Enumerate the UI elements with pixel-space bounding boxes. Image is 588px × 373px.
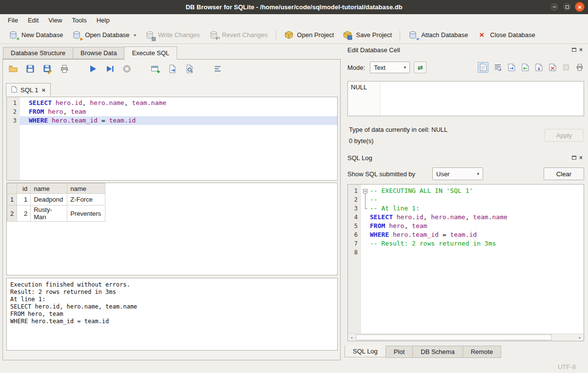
attach-database-icon: » <box>408 30 418 40</box>
mode-select[interactable]: Text ▾ <box>370 62 410 73</box>
results-grid[interactable]: id name name 11DeadpondZ-Force22Rusty-Ma… <box>6 183 338 275</box>
close-button[interactable]: × <box>575 2 585 12</box>
execute-all-button[interactable] <box>87 63 98 74</box>
code-line: 2-- <box>348 195 584 204</box>
find-button[interactable] <box>184 63 195 74</box>
table-row[interactable]: 11DeadpondZ-Force <box>7 194 105 206</box>
print-button[interactable] <box>59 63 70 74</box>
tab-database-structure[interactable]: Database Structure <box>3 47 73 59</box>
clear-button[interactable]: Clear <box>544 167 584 180</box>
tab-execute-sql[interactable]: Execute SQL <box>124 46 177 60</box>
open-database-button[interactable]: ▸ Open Database ▾ <box>67 28 141 42</box>
print-cell-icon[interactable] <box>575 63 584 72</box>
open-project-button[interactable]: Open Project <box>280 28 339 42</box>
grid-column-name[interactable]: name <box>67 184 105 194</box>
dock-float-icon[interactable] <box>572 156 576 160</box>
save-project-icon <box>343 30 352 40</box>
close-database-button[interactable]: × Close Database <box>472 28 540 42</box>
open-database-dropdown-icon[interactable]: ▾ <box>134 33 136 38</box>
execute-current-line-button[interactable] <box>104 63 115 74</box>
code-line: 1SELECT hero.id, hero.name, team.name <box>7 99 337 107</box>
maximize-icon <box>566 5 569 9</box>
word-wrap-icon[interactable] <box>493 63 502 72</box>
import-file-icon[interactable] <box>507 63 516 72</box>
text-view-toggle[interactable] <box>478 62 488 73</box>
cell-type-text: Type of data currently in cell: NULL <box>349 126 447 133</box>
menu-help[interactable]: Help <box>92 15 115 25</box>
scroll-right-icon[interactable]: ▸ <box>576 334 584 341</box>
maximize-button[interactable] <box>562 2 572 12</box>
table-row[interactable]: 22Rusty-ManPreventers <box>7 206 105 222</box>
grid-column-id[interactable]: id <box>17 184 31 194</box>
write-changes-button: Write Changes <box>141 28 204 42</box>
sql-editor[interactable]: 1SELECT hero.id, hero.name, team.name2FR… <box>6 97 338 181</box>
sql-tab-close-icon[interactable]: × <box>41 86 45 94</box>
format-sql-button[interactable] <box>212 63 223 74</box>
grid-cell[interactable]: Deadpond <box>31 194 67 206</box>
scroll-left-icon[interactable]: ◂ <box>348 334 355 341</box>
horizontal-scrollbar[interactable]: ◂ ▸ <box>348 333 584 341</box>
grid-cell[interactable]: 1 <box>17 194 31 206</box>
menu-file[interactable]: File <box>3 15 23 25</box>
line-number: 1 <box>7 99 20 107</box>
dock-tab-plot[interactable]: Plot <box>386 346 413 358</box>
row-number[interactable]: 1 <box>7 194 17 206</box>
grid-cell[interactable]: 2 <box>17 206 31 222</box>
menu-edit[interactable]: Edit <box>23 15 43 25</box>
line-number: 1 <box>348 186 361 195</box>
grid-cell[interactable]: Z-Force <box>67 194 105 206</box>
grid-cell[interactable]: Preventers <box>67 206 105 222</box>
grid-column-name[interactable]: name <box>31 184 67 194</box>
sql-toolbar <box>8 63 223 74</box>
new-tab-button[interactable] <box>150 63 161 74</box>
dock-tab-sql-log[interactable]: SQL Log <box>345 345 386 357</box>
tab-browse-data[interactable]: Browse Data <box>73 47 124 59</box>
save-sql-as-button[interactable] <box>42 63 53 74</box>
menu-tools[interactable]: Tools <box>67 15 91 25</box>
code-line: 6WHERE hero.team_id = team.id <box>348 230 584 239</box>
line-number: 3 <box>348 204 361 213</box>
row-number[interactable]: 2 <box>7 206 17 222</box>
revert-changes-icon: ↶ <box>209 30 219 40</box>
grid-cell[interactable]: Rusty-Man <box>31 206 67 222</box>
sql-log-filter-value: User <box>436 170 449 178</box>
open-project-icon <box>284 30 294 40</box>
save-project-button[interactable]: Save Project <box>338 28 396 42</box>
open-database-icon: ▸ <box>72 30 81 40</box>
minimize-button[interactable]: − <box>549 2 559 12</box>
dock-tab-remote[interactable]: Remote <box>463 346 502 358</box>
sql-log-filter-select[interactable]: User ▾ <box>432 167 483 180</box>
set-null-icon[interactable] <box>548 63 557 72</box>
export-file-icon[interactable] <box>521 63 529 72</box>
execution-message-panel[interactable]: Execution finished without errors. Resul… <box>6 278 338 351</box>
chevron-down-icon: ▾ <box>400 65 406 70</box>
menu-view[interactable]: View <box>43 15 67 25</box>
titlebar[interactable]: DB Browser for SQLite - /home/user/code/… <box>0 0 588 14</box>
scrollbar-thumb[interactable] <box>356 334 552 340</box>
save-as-cell-icon[interactable] <box>534 63 543 72</box>
sql-log-view[interactable]: 1-- EXECUTING ALL IN 'SQL 1'2--3-- At li… <box>347 184 584 341</box>
cell-value-editor[interactable]: NULL <box>347 81 584 116</box>
code-line: 1-- EXECUTING ALL IN 'SQL 1' <box>348 186 584 195</box>
sql-editor-tab[interactable]: SQL 1 × <box>6 83 51 96</box>
code-line: 3-- At line 1: <box>348 204 584 213</box>
dock-float-icon[interactable] <box>572 48 576 52</box>
export-results-button[interactable] <box>167 63 178 74</box>
window-controls: − × <box>549 2 585 12</box>
line-number: 8 <box>348 248 361 257</box>
close-icon: × <box>578 4 582 10</box>
cell-size-text: 0 byte(s) <box>349 137 374 145</box>
apply-button: Apply <box>545 129 584 142</box>
new-database-button[interactable]: + New Database <box>4 28 67 42</box>
grid-corner[interactable] <box>7 184 17 194</box>
sql-log-dock-header[interactable]: SQL Log × <box>345 153 585 162</box>
open-sql-file-button[interactable] <box>8 63 19 74</box>
auto-format-button[interactable]: ⇄ <box>414 62 426 73</box>
dock-close-icon[interactable]: × <box>579 47 583 53</box>
dock-close-icon[interactable]: × <box>579 155 583 161</box>
edit-cell-dock-header[interactable]: Edit Database Cell × <box>345 45 585 54</box>
attach-database-button[interactable]: » Attach Database <box>404 28 472 42</box>
dock-tab-db-schema[interactable]: DB Schema <box>413 346 463 358</box>
save-sql-file-button[interactable] <box>25 63 36 74</box>
fold-collapse-icon[interactable] <box>363 189 367 193</box>
